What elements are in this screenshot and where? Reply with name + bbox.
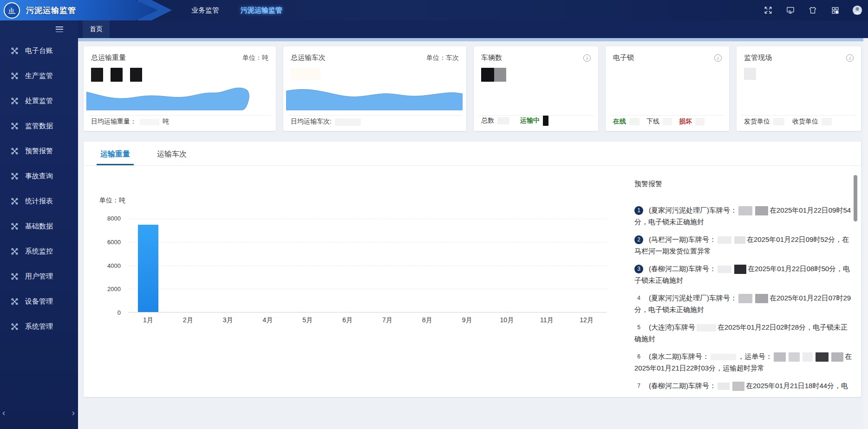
vertical-scroll-track[interactable]	[863, 38, 868, 429]
alert-rank-badge: 1	[634, 206, 643, 215]
x-tick-label: 9月	[447, 316, 487, 325]
app-title: 污泥运输监管	[26, 5, 76, 16]
crossed-tools-icon	[10, 197, 19, 206]
alert-rank-badge: 5	[634, 323, 643, 332]
stat-label: 总数	[481, 117, 494, 125]
sidebar-item[interactable]: 系统监控	[0, 239, 78, 264]
card-unit-label: 单位：吨	[242, 54, 268, 62]
y-tick-label: 6000	[107, 239, 121, 246]
redacted-value	[481, 68, 494, 82]
fullscreen-icon[interactable]	[763, 5, 773, 15]
x-tick-label: 5月	[287, 316, 327, 325]
sidebar-item-label: 设备管理	[25, 297, 53, 306]
redacted-value	[718, 236, 731, 244]
alert-item[interactable]: 2(马栏河一期)车牌号：在2025年01月22日09时52分，在马栏河一期发货位…	[634, 234, 855, 257]
redacted-value	[291, 68, 320, 80]
redacted-value	[744, 68, 756, 80]
redacted-value	[130, 68, 142, 82]
card-total-weight: 总运输重量 单位：吨 日均运输重量： 吨	[84, 46, 276, 131]
sidebar-item[interactable]: 用户管理	[0, 264, 78, 289]
redacted-value	[497, 117, 509, 124]
crossed-tools-icon	[10, 272, 19, 281]
bar-slot	[168, 219, 208, 312]
alert-panel: 预警报警 1(夏家河污泥处理厂)车牌号：在2025年01月22日09时54分，电…	[634, 170, 855, 397]
crossed-tools-icon	[10, 46, 19, 55]
sidebar-item[interactable]: 处置监管	[0, 88, 78, 113]
card-footer-label: 日均运输车次:	[291, 117, 332, 126]
header-icons	[763, 0, 862, 20]
horizontal-scrollbar[interactable]	[78, 38, 863, 41]
card-vehicles: 车辆数 总数 运输中	[474, 46, 598, 131]
user-avatar[interactable]	[852, 5, 862, 15]
card-value-redacted	[481, 68, 506, 82]
sidebar-item[interactable]: 基础数据	[0, 214, 78, 239]
sidebar-scroll-left-icon[interactable]: ‹	[2, 408, 5, 417]
x-tick-label: 6月	[327, 316, 367, 325]
monitor-icon[interactable]	[785, 5, 796, 15]
x-tick-label: 3月	[208, 316, 248, 325]
sidebar-item-label: 用户管理	[25, 272, 53, 281]
sidebar-item[interactable]: 设备管理	[0, 289, 78, 314]
sidebar-collapse-icon[interactable]	[55, 25, 64, 33]
x-tick-label: 10月	[487, 316, 527, 325]
alert-list: 1(夏家河污泥处理厂)车牌号：在2025年01月22日09时54分，电子锁未正确…	[634, 204, 855, 391]
tab-home[interactable]: 首页	[83, 20, 110, 38]
redacted-value	[718, 383, 730, 390]
redacted-value	[789, 352, 800, 362]
sidebar-item[interactable]: 系统管理	[0, 314, 78, 339]
stat-item: 总数	[481, 117, 509, 125]
redacted-value	[831, 352, 843, 362]
y-tick-label: 0	[117, 309, 121, 316]
bar-slot	[367, 219, 407, 312]
sidebar-item[interactable]: 统计报表	[0, 188, 78, 214]
x-tick-label: 2月	[168, 316, 208, 325]
crossed-tools-icon	[10, 322, 19, 331]
redacted-value	[755, 206, 768, 215]
info-icon[interactable]	[583, 54, 591, 62]
alert-item[interactable]: 4(夏家河污泥处理厂)车牌号：在2025年01月22日07时29分，电子锁未正确…	[634, 292, 855, 315]
sidebar-scroll-right-icon[interactable]: ›	[72, 408, 75, 417]
tab-transport-trips[interactable]: 运输车次	[157, 150, 187, 165]
stat-item: 在线	[613, 117, 640, 126]
stat-item: 下线	[646, 117, 672, 126]
bar-slot	[208, 219, 248, 312]
card-footer-redacted	[140, 118, 159, 125]
alert-item[interactable]: 7(春柳河二期)车牌号：在2025年01月21日18时44分，电	[634, 380, 855, 391]
alert-item[interactable]: 6(泉水二期)车牌号：，运单号：在2025年01月21日22时03分，运输超时异…	[634, 351, 855, 374]
alert-item[interactable]: 3(春柳河二期)车牌号：在2025年01月22日08时50分，电子锁未正确施封	[634, 263, 855, 286]
card-footer-label: 日均运输重量：	[91, 117, 137, 126]
card-locks: 电子锁 在线 下线 损坏	[606, 46, 729, 131]
top-nav-item[interactable]: 业务监管	[191, 6, 219, 15]
card-total-trips: 总运输车次 单位：车次 日均运输车次:	[283, 46, 466, 131]
redacted-value	[734, 236, 745, 244]
alert-text: (马栏河一期)车牌号：在2025年01月22日09时52分，在马栏河一期发货位置…	[634, 235, 849, 255]
bar[interactable]	[138, 225, 158, 312]
top-nav-item[interactable]: 污泥运输监管	[241, 6, 282, 15]
info-icon[interactable]	[714, 54, 722, 62]
stat-label: 损坏	[679, 117, 692, 126]
bars	[128, 219, 607, 312]
sidebar-item[interactable]: 生产监管	[0, 63, 78, 88]
redacted-value	[773, 118, 784, 125]
tab-transport-weight[interactable]: 运输重量	[100, 150, 130, 165]
sidebar-item[interactable]: 电子台账	[0, 38, 78, 63]
alert-text: (春柳河二期)车牌号：在2025年01月22日08时50分，电子锁未正确施封	[634, 265, 850, 284]
sidebar-item[interactable]: 事故查询	[0, 163, 78, 188]
crossed-tools-icon	[10, 247, 19, 256]
sidebar-item-label: 系统监控	[25, 247, 53, 256]
brand-area: 污泥运输监管	[0, 0, 158, 20]
info-icon[interactable]	[846, 54, 854, 62]
layout-grid-icon[interactable]	[830, 5, 840, 15]
stat-item: 发货单位	[744, 117, 784, 126]
card-title: 电子锁	[613, 53, 634, 62]
alert-item[interactable]: 1(夏家河污泥处理厂)车牌号：在2025年01月22日09时54分，电子锁未正确…	[634, 204, 855, 228]
sidebar-item-label: 生产监管	[25, 72, 53, 80]
sidebar-item[interactable]: 预警报警	[0, 138, 78, 163]
panel-scrollbar-thumb[interactable]	[854, 175, 857, 221]
sidebar-menu: 电子台账 生产监管 处置监管	[0, 38, 78, 339]
alert-item[interactable]: 5(大连湾)车牌号在2025年01月22日02时28分，电子锁未正确施封	[634, 321, 855, 344]
sidebar-item[interactable]: 监管数据	[0, 113, 78, 138]
sidebar-item-label: 统计报表	[25, 197, 53, 206]
theme-shirt-icon[interactable]	[808, 5, 818, 15]
stat-label: 收货单位	[792, 117, 818, 126]
